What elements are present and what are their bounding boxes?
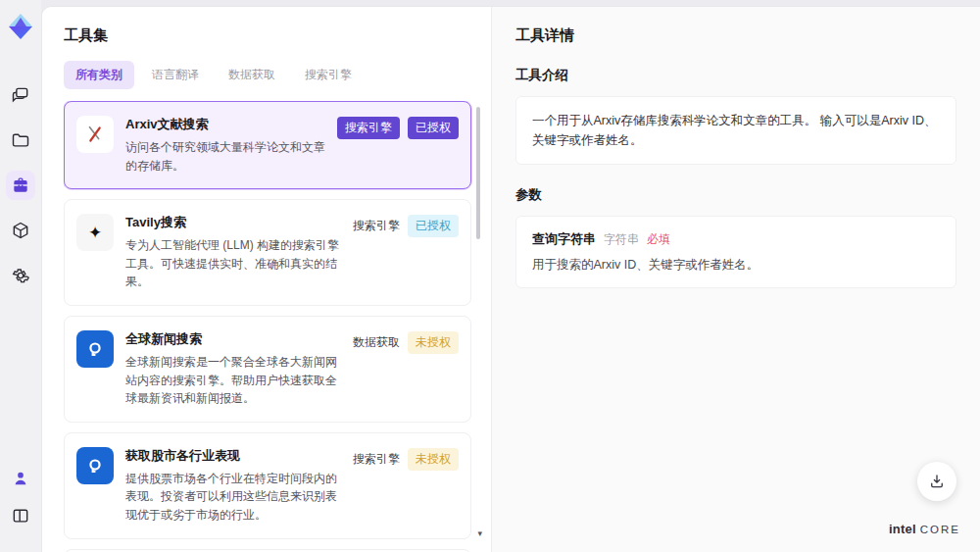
tool-name: 全球新闻搜索 [125, 330, 341, 348]
main-content: 工具集 所有类别 语言翻译 数据获取 搜索引擎 A [41, 6, 980, 552]
chat-icon [11, 85, 30, 105]
tool-description: 访问各个研究领域大量科学论文和文章的存储库。 [125, 138, 325, 175]
gear-icon [11, 266, 30, 285]
sidebar-item-panel-toggle[interactable] [6, 501, 35, 530]
tab-language-translation[interactable]: 语言翻译 [140, 61, 211, 89]
param-header: 查询字符串 字符串 必填 [532, 230, 940, 248]
param-name: 查询字符串 [532, 230, 596, 248]
tool-detail-panel: 工具详情 工具介绍 一个用于从Arxiv存储库搜索科学论文和文章的工具。 输入可… [491, 7, 980, 552]
sidebar-item-files[interactable] [6, 125, 35, 155]
tavily-icon: ✦ [76, 214, 114, 251]
tab-data-fetch[interactable]: 数据获取 [217, 61, 287, 89]
panel-toggle-icon [11, 506, 30, 526]
param-type: 字符串 [604, 231, 639, 248]
tab-search-engine[interactable]: 搜索引擎 [293, 61, 364, 89]
page-title: 工具集 [64, 26, 483, 45]
cube-icon [11, 221, 30, 240]
tool-card-body: 全球新闻搜索 全球新闻搜索是一个聚合全球各大新闻网站内容的搜索引擎。帮助用户快速… [125, 330, 341, 408]
intro-heading: 工具介绍 [515, 67, 956, 84]
tool-description: 全球新闻搜索是一个聚合全球各大新闻网站内容的搜索引擎。帮助用户快速获取全球最新资… [125, 353, 341, 408]
params-heading: 参数 [515, 186, 956, 204]
tool-card-global-news[interactable]: 全球新闻搜索 全球新闻搜索是一个聚合全球各大新闻网站内容的搜索引擎。帮助用户快速… [64, 316, 471, 423]
tool-card-tavily[interactable]: ✦ Tavily搜索 专为人工智能代理 (LLM) 构建的搜索引擎工具。可快速提… [64, 199, 471, 306]
tool-card-body: 获取股市各行业表现 提供股票市场各个行业在特定时间段内的表现。投资者可以利用这些… [125, 447, 341, 525]
tab-all-categories[interactable]: 所有类别 [64, 61, 134, 89]
tool-tags: 搜索引擎 已授权 [337, 116, 459, 175]
tool-list-panel: 工具集 所有类别 语言翻译 数据获取 搜索引擎 A [42, 7, 491, 552]
status-badge: 未授权 [408, 448, 459, 471]
brand-intel: intel [889, 522, 916, 536]
category-tabs: 所有类别 语言翻译 数据获取 搜索引擎 [64, 61, 483, 89]
tool-name: Tavily搜索 [125, 214, 341, 231]
arxiv-icon [76, 116, 114, 153]
status-badge: 未授权 [408, 331, 459, 354]
tool-tags: 搜索引擎 已授权 [353, 214, 459, 291]
user-icon [11, 469, 30, 488]
toolbox-icon [11, 176, 30, 195]
sidebar-item-tools[interactable] [6, 171, 35, 200]
sidebar-item-chat[interactable] [6, 80, 35, 110]
scrollbar-down-arrow[interactable]: ▾ [477, 528, 482, 538]
tool-card-sector-performance[interactable]: 获取股市各行业表现 提供股票市场各个行业在特定时间段内的表现。投资者可以利用这些… [64, 432, 471, 539]
app-logo-icon [6, 12, 35, 41]
status-badge: 已授权 [408, 117, 459, 139]
param-description: 用于搜索的Arxiv ID、关键字或作者姓名。 [532, 257, 940, 274]
status-badge: 已授权 [408, 215, 459, 237]
news-icon [76, 330, 114, 368]
news-icon [76, 447, 114, 484]
sidebar-item-settings[interactable] [6, 261, 35, 290]
brand-core: CORE [920, 524, 960, 535]
intro-box: 一个用于从Arxiv存储库搜索科学论文和文章的工具。 输入可以是Arxiv ID… [515, 96, 956, 165]
param-box: 查询字符串 字符串 必填 用于搜索的Arxiv ID、关键字或作者姓名。 [515, 216, 956, 288]
tool-name: 获取股市各行业表现 [125, 447, 341, 465]
category-label: 搜索引擎 [353, 448, 400, 471]
tool-card-body: Tavily搜索 专为人工智能代理 (LLM) 构建的搜索引擎工具。可快速提供实… [125, 214, 341, 291]
download-button[interactable] [917, 462, 956, 501]
tool-card-active-stocks[interactable]: 获取市场最活跃股票信息 提供当天交易量最高的股票列表。投资者可以利用这些信息来识… [64, 549, 471, 552]
tool-list: Arxiv文献搜索 访问各个研究领域大量科学论文和文章的存储库。 搜索引擎 已授… [64, 101, 483, 552]
intel-core-logo: intel CORE [889, 522, 960, 536]
sidebar-rail [0, 0, 41, 552]
sidebar-item-packages[interactable] [6, 216, 35, 245]
category-badge: 搜索引擎 [337, 117, 400, 139]
download-icon [928, 473, 946, 490]
tool-card-body: Arxiv文献搜索 访问各个研究领域大量科学论文和文章的存储库。 [125, 116, 325, 175]
category-label: 搜索引擎 [353, 215, 400, 237]
sidebar-item-user[interactable] [6, 464, 35, 493]
tool-description: 专为人工智能代理 (LLM) 构建的搜索引擎工具。可快速提供实时、准确和真实的结… [125, 236, 341, 291]
tool-tags: 数据获取 未授权 [353, 330, 459, 408]
tool-name: Arxiv文献搜索 [125, 116, 325, 133]
tool-tags: 搜索引擎 未授权 [353, 447, 459, 525]
category-label: 数据获取 [353, 331, 400, 354]
param-required-badge: 必填 [647, 231, 670, 248]
folder-icon [11, 130, 30, 150]
detail-title: 工具详情 [515, 26, 956, 45]
tool-description: 提供股票市场各个行业在特定时间段内的表现。投资者可以利用这些信息来识别表现优于或… [125, 470, 341, 525]
list-scrollbar[interactable] [476, 107, 480, 239]
app-root: 工具集 所有类别 语言翻译 数据获取 搜索引擎 A [0, 0, 980, 552]
tool-card-arxiv[interactable]: Arxiv文献搜索 访问各个研究领域大量科学论文和文章的存储库。 搜索引擎 已授… [64, 101, 471, 189]
intro-text: 一个用于从Arxiv存储库搜索科学论文和文章的工具。 输入可以是Arxiv ID… [532, 111, 940, 150]
